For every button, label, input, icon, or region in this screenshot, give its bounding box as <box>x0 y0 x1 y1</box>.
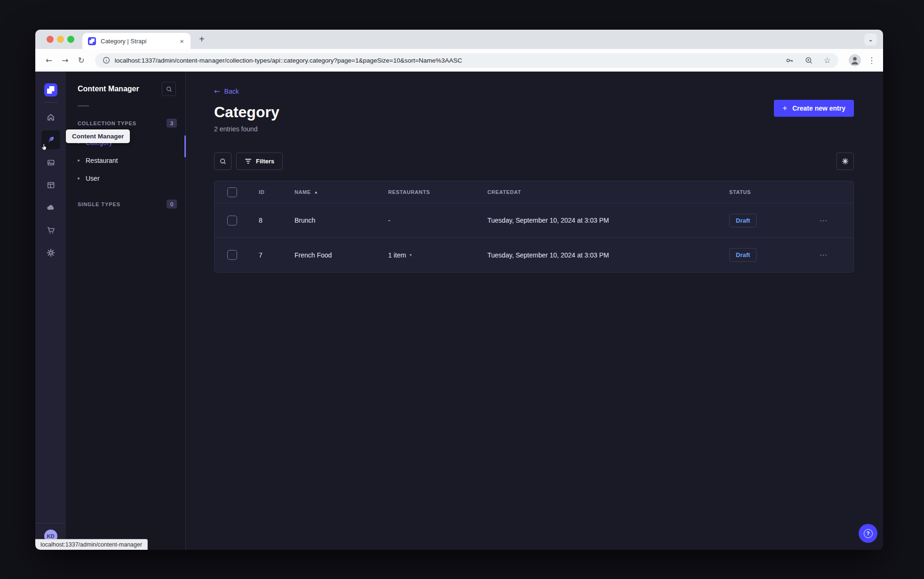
status-badge: Draft <box>729 248 757 262</box>
page-title: Category <box>214 104 854 121</box>
subnav-title: Content Manager <box>78 85 139 93</box>
row-actions-menu[interactable]: ⋯ <box>805 216 853 225</box>
tab-search-chevron-icon[interactable]: ⌄ <box>864 33 877 46</box>
minimize-window-button[interactable] <box>57 36 64 43</box>
single-types-label: SINGLE TYPES <box>78 201 120 207</box>
password-key-icon[interactable] <box>785 56 794 65</box>
single-types-count-badge: 0 <box>167 200 177 209</box>
table-row[interactable]: 8 Brunch - Tuesday, September 10, 2024 a… <box>215 203 853 238</box>
create-new-entry-label: Create new entry <box>792 105 845 112</box>
browser-tab[interactable]: Category | Strapi × <box>82 33 191 49</box>
filters-label: Filters <box>256 158 274 165</box>
row-actions-menu[interactable]: ⋯ <box>805 250 853 259</box>
content-type-builder-icon <box>46 180 56 190</box>
browser-profile-avatar[interactable] <box>849 54 861 66</box>
cell-name: French Food <box>283 251 377 259</box>
select-all-checkbox[interactable] <box>227 187 237 197</box>
nav-content-manager-button[interactable] <box>41 130 60 149</box>
entries-count: 2 entries found <box>214 125 854 133</box>
strapi-logo-icon[interactable] <box>44 83 57 96</box>
table-header-row: ID NAME ▲ RESTAURANTS CREATEDAT STATUS <box>215 181 853 203</box>
gear-icon <box>46 248 56 257</box>
column-header-id[interactable]: ID <box>247 189 283 195</box>
tab-strip: Category | Strapi × + ⌄ <box>35 30 883 49</box>
browser-back-icon[interactable]: ← <box>46 56 52 65</box>
main-nav-rail: KD <box>35 72 66 550</box>
zoom-page-icon[interactable] <box>805 56 813 65</box>
status-badge: Draft <box>729 214 757 227</box>
gear-icon <box>841 157 849 165</box>
column-header-name[interactable]: NAME ▲ <box>283 189 377 195</box>
sidebar-item-label: User <box>86 175 100 182</box>
collection-types-label: COLLECTION TYPES <box>78 121 136 126</box>
content-manager-tooltip: Content Manager <box>66 129 130 143</box>
address-bar[interactable]: localhost:1337/admin/content-manager/col… <box>95 53 838 68</box>
url-text[interactable]: localhost:1337/admin/content-manager/col… <box>115 57 775 64</box>
nav-home-button[interactable] <box>41 108 60 127</box>
media-library-icon <box>46 158 56 167</box>
home-icon <box>46 113 56 122</box>
browser-window: Category | Strapi × + ⌄ ← → ↻ localhost:… <box>35 30 883 550</box>
expand-chevron-icon: ▾ <box>409 252 412 257</box>
nav-media-library-button[interactable] <box>41 153 60 172</box>
nav-settings-button[interactable] <box>41 243 60 262</box>
create-new-entry-button[interactable]: + Create new entry <box>774 100 854 117</box>
cell-restaurants[interactable]: 1 item ▾ <box>377 251 476 259</box>
action-bar: Filters <box>214 153 854 170</box>
collection-types-count-badge: 3 <box>167 119 177 128</box>
content-manager-subnav: Content Manager COLLECTION TYPES 3 Categ… <box>66 72 186 550</box>
search-icon <box>219 158 227 165</box>
bookmark-star-icon[interactable]: ☆ <box>824 56 831 65</box>
back-label: Back <box>224 88 239 95</box>
cell-createdat: Tuesday, September 10, 2024 at 3:03 PM <box>476 251 718 259</box>
filter-icon <box>245 158 252 164</box>
nav-content-type-builder-button[interactable] <box>41 176 60 194</box>
close-window-button[interactable] <box>47 36 54 43</box>
table-search-button[interactable] <box>214 153 231 170</box>
back-arrow-icon: ← <box>214 87 220 96</box>
row-checkbox[interactable] <box>227 250 237 260</box>
site-info-icon[interactable] <box>103 56 110 64</box>
shopping-cart-icon <box>46 225 56 235</box>
hand-cursor-icon <box>40 143 48 151</box>
sort-ascending-icon: ▲ <box>314 190 319 194</box>
maximize-window-button[interactable] <box>67 36 74 43</box>
column-header-restaurants[interactable]: RESTAURANTS <box>377 189 476 195</box>
sidebar-item-user[interactable]: User <box>66 169 185 187</box>
plus-icon: + <box>782 104 787 113</box>
strapi-app: KD Content Manager COLLECTION TYPES 3 Ca… <box>35 72 883 550</box>
tab-title: Category | Strapi <box>101 38 179 45</box>
browser-forward-icon[interactable]: → <box>62 56 68 65</box>
help-button[interactable]: ? <box>859 524 877 543</box>
entries-table: ID NAME ▲ RESTAURANTS CREATEDAT STATUS 8… <box>214 181 854 273</box>
cell-name: Brunch <box>283 217 377 224</box>
search-icon <box>166 86 173 93</box>
subnav-divider <box>78 105 89 106</box>
back-link[interactable]: ← Back <box>214 87 239 96</box>
browser-reload-icon[interactable]: ↻ <box>78 56 85 65</box>
new-tab-button[interactable]: + <box>199 34 205 45</box>
strapi-favicon-icon <box>88 37 96 45</box>
bullet-icon <box>78 177 80 179</box>
sidebar-item-restaurant[interactable]: Restaurant <box>66 152 185 169</box>
question-mark-icon: ? <box>864 529 873 538</box>
cell-createdat: Tuesday, September 10, 2024 at 3:03 PM <box>476 217 718 224</box>
active-item-indicator <box>184 136 186 157</box>
nav-deploy-cloud-button[interactable] <box>41 198 60 217</box>
column-header-createdat[interactable]: CREATEDAT <box>476 189 718 195</box>
link-preview-statusbar: localhost:1337/admin/content-manager <box>35 539 148 550</box>
nav-marketplace-button[interactable] <box>41 221 60 240</box>
close-tab-icon[interactable]: × <box>179 38 185 45</box>
cell-id: 7 <box>247 251 283 259</box>
filters-button[interactable]: Filters <box>236 153 283 170</box>
bullet-icon <box>78 160 80 161</box>
rail-divider <box>44 102 58 103</box>
main-content: ← Back Category 2 entries found + Create… <box>186 72 883 550</box>
column-header-status[interactable]: STATUS <box>718 189 805 195</box>
row-checkbox[interactable] <box>227 216 237 225</box>
view-settings-button[interactable] <box>836 153 854 170</box>
subnav-search-button[interactable] <box>162 82 176 96</box>
cell-restaurants: - <box>377 217 476 224</box>
table-row[interactable]: 7 French Food 1 item ▾ Tuesday, Septembe… <box>215 238 853 272</box>
browser-menu-kebab-icon[interactable]: ⋮ <box>868 56 876 65</box>
